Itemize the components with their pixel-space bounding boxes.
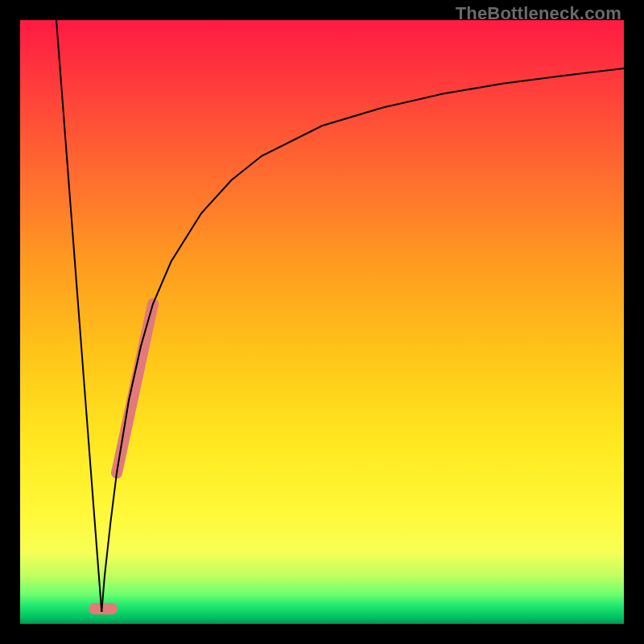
series-highlight-segment [117,304,153,473]
series-left-arm [56,20,101,612]
chart-svg [20,20,624,624]
series-right-arm [101,68,624,612]
watermark-label: TheBottleneck.com [456,3,621,24]
plot-area [20,20,624,624]
chart-frame: TheBottleneck.com [0,0,644,644]
